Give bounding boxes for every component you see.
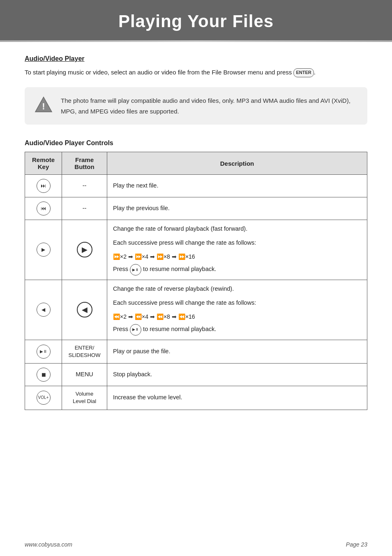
table-row: ⏹ MENU Stop playback. [25, 364, 367, 386]
play-pause-inline-icon: ▶⏸ [130, 324, 141, 336]
col-header-desc: Description [107, 152, 367, 175]
remote-key-cell: ⏹ [25, 364, 62, 386]
warning-text: The photo frame will play compatible aud… [61, 95, 357, 116]
table-row: VOL+ VolumeLevel Dial Increase the volum… [25, 386, 367, 410]
description-cell: Play the next file. [107, 175, 367, 197]
frame-button-cell: ENTER/SLIDESHOW [62, 340, 107, 363]
rew-key-icon: ◀ [37, 303, 51, 317]
desc-line: Press ▶⏸ to resume normal playback. [113, 264, 361, 276]
remote-key-cell: ◀ [25, 280, 62, 340]
rate-text: ⏪×2 [113, 312, 127, 322]
arrow-icon: ➡ [172, 312, 177, 322]
description-cell: Stop playback. [107, 364, 367, 386]
remote-key-cell: ▶⏸ [25, 340, 62, 363]
rate-text: ⏩×8 [157, 252, 170, 262]
arrow-icon: ➡ [172, 252, 177, 262]
description-cell: Change the rate of forward playback (fas… [107, 220, 367, 280]
remote-key-cell: ⏭ [25, 175, 62, 197]
description-cell: Change the rate of reverse playback (rew… [107, 280, 367, 340]
content-area: Audio/Video Player To start playing musi… [0, 42, 392, 443]
warning-box: ! The photo frame will play compatible a… [25, 87, 367, 125]
controls-section-title: Audio/Video Player Controls [25, 139, 367, 147]
page-title: Playing Your Files [0, 12, 392, 31]
ff-frame-icon: ▶ [77, 242, 92, 257]
col-header-remote: RemoteKey [25, 152, 62, 175]
intro-text: To start playing music or video, select … [25, 69, 292, 76]
audio-video-section-title: Audio/Video Player [25, 55, 367, 63]
arrow-icon: ➡ [128, 252, 133, 262]
rate-text: ⏩×4 [135, 252, 148, 262]
arrow-icon: ➡ [128, 312, 133, 322]
svg-text:!: ! [42, 101, 45, 111]
frame-button-cell: ◀ [62, 280, 107, 340]
desc-line: Each successive press will change the ra… [113, 238, 361, 248]
col-header-frame: FrameButton [62, 152, 107, 175]
frame-button-cell: MENU [62, 364, 107, 386]
frame-button-cell: ▶ [62, 220, 107, 280]
desc-line: Change the rate of reverse playback (rew… [113, 284, 361, 294]
vol-key-icon: VOL+ [37, 391, 51, 405]
playpause-key-icon: ▶⏸ [37, 345, 51, 359]
table-row: ⏮ -- Play the previous file. [25, 197, 367, 220]
desc-line: Each successive press will change the ra… [113, 298, 361, 308]
footer-page: Page 23 [346, 541, 367, 548]
warning-icon: ! [35, 95, 53, 114]
remote-key-cell: ▶ [25, 220, 62, 280]
arrow-icon: ➡ [150, 312, 155, 322]
stop-key-icon: ⏹ [37, 368, 51, 382]
rate-text: ⏪×8 [157, 312, 170, 322]
table-row: ◀ ◀ Change the rate of reverse playback … [25, 280, 367, 340]
page-header: Playing Your Files [0, 0, 392, 40]
arrow-icon: ➡ [150, 252, 155, 262]
controls-table: RemoteKey FrameButton Description ⏭ -- P… [25, 152, 367, 410]
description-cell: Play or pause the file. [107, 340, 367, 363]
table-row: ⏭ -- Play the next file. [25, 175, 367, 197]
description-cell: Increase the volume level. [107, 386, 367, 410]
frame-button-cell: VolumeLevel Dial [62, 386, 107, 410]
rew-frame-icon: ◀ [77, 302, 92, 317]
description-cell: Play the previous file. [107, 197, 367, 220]
intro-paragraph: To start playing music or video, select … [25, 67, 367, 77]
ff-key-icon: ▶ [37, 243, 51, 257]
rate-text: ⏪×16 [178, 312, 195, 322]
rate-text: ⏪×4 [135, 312, 148, 322]
frame-button-cell: -- [62, 197, 107, 220]
table-row: ▶ ▶ Change the rate of forward playback … [25, 220, 367, 280]
footer-url: www.cobyusa.com [25, 541, 72, 548]
prev-key-icon: ⏮ [37, 202, 51, 215]
remote-key-cell: ⏮ [25, 197, 62, 220]
rate-line: ⏩×2 ➡ ⏩×4 ➡ ⏩×8 ➡ ⏩×16 [113, 252, 361, 262]
remote-key-cell: VOL+ [25, 386, 62, 410]
frame-button-cell: -- [62, 175, 107, 197]
play-pause-inline-icon: ▶⏸ [130, 264, 141, 276]
rate-text: ⏩×2 [113, 252, 127, 262]
table-header-row: RemoteKey FrameButton Description [25, 152, 367, 175]
rate-line: ⏪×2 ➡ ⏪×4 ➡ ⏪×8 ➡ ⏪×16 [113, 312, 361, 322]
next-key-icon: ⏭ [37, 179, 51, 193]
desc-line: Change the rate of forward playback (fas… [113, 224, 361, 234]
enter-key-badge: ENTER [293, 68, 314, 77]
page-footer: www.cobyusa.com Page 23 [0, 541, 392, 548]
table-row: ▶⏸ ENTER/SLIDESHOW Play or pause the fil… [25, 340, 367, 363]
rate-text: ⏩×16 [178, 252, 195, 262]
desc-line: Press ▶⏸ to resume normal playback. [113, 324, 361, 336]
